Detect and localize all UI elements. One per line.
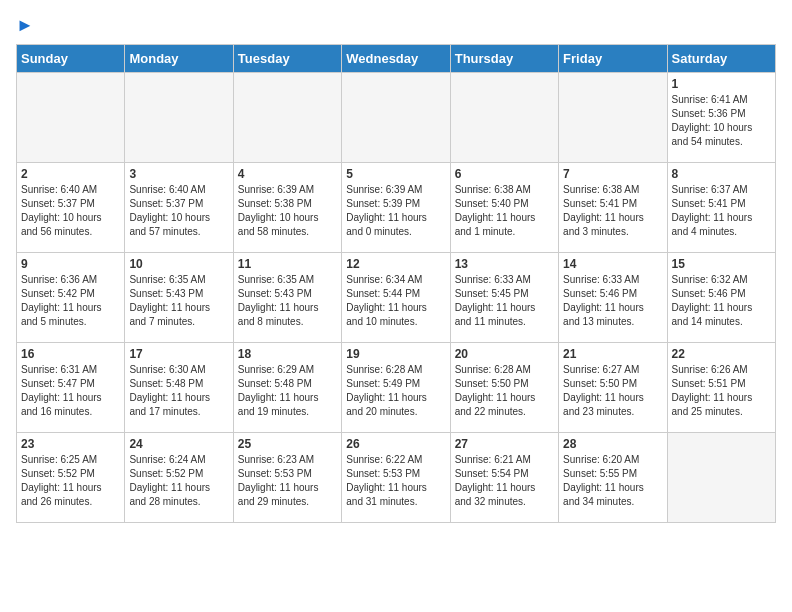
calendar-week-2: 9Sunrise: 6:36 AM Sunset: 5:42 PM Daylig…: [17, 252, 776, 342]
day-info: Sunrise: 6:21 AM Sunset: 5:54 PM Dayligh…: [455, 453, 554, 509]
calendar-cell: 8Sunrise: 6:37 AM Sunset: 5:41 PM Daylig…: [667, 162, 775, 252]
calendar-cell: [125, 72, 233, 162]
calendar-cell: [667, 432, 775, 522]
day-number: 25: [238, 437, 337, 451]
day-info: Sunrise: 6:22 AM Sunset: 5:53 PM Dayligh…: [346, 453, 445, 509]
day-number: 19: [346, 347, 445, 361]
day-info: Sunrise: 6:34 AM Sunset: 5:44 PM Dayligh…: [346, 273, 445, 329]
calendar-cell: 10Sunrise: 6:35 AM Sunset: 5:43 PM Dayli…: [125, 252, 233, 342]
day-info: Sunrise: 6:33 AM Sunset: 5:45 PM Dayligh…: [455, 273, 554, 329]
day-info: Sunrise: 6:41 AM Sunset: 5:36 PM Dayligh…: [672, 93, 771, 149]
day-number: 26: [346, 437, 445, 451]
calendar-cell: 27Sunrise: 6:21 AM Sunset: 5:54 PM Dayli…: [450, 432, 558, 522]
day-info: Sunrise: 6:35 AM Sunset: 5:43 PM Dayligh…: [238, 273, 337, 329]
calendar-week-0: 1Sunrise: 6:41 AM Sunset: 5:36 PM Daylig…: [17, 72, 776, 162]
logo-icon-svg: ►: [16, 15, 34, 35]
dow-header-thursday: Thursday: [450, 44, 558, 72]
calendar-cell: 13Sunrise: 6:33 AM Sunset: 5:45 PM Dayli…: [450, 252, 558, 342]
calendar-cell: 5Sunrise: 6:39 AM Sunset: 5:39 PM Daylig…: [342, 162, 450, 252]
calendar-body: 1Sunrise: 6:41 AM Sunset: 5:36 PM Daylig…: [17, 72, 776, 522]
day-info: Sunrise: 6:39 AM Sunset: 5:38 PM Dayligh…: [238, 183, 337, 239]
calendar-cell: 6Sunrise: 6:38 AM Sunset: 5:40 PM Daylig…: [450, 162, 558, 252]
day-number: 12: [346, 257, 445, 271]
calendar-cell: 4Sunrise: 6:39 AM Sunset: 5:38 PM Daylig…: [233, 162, 341, 252]
day-info: Sunrise: 6:35 AM Sunset: 5:43 PM Dayligh…: [129, 273, 228, 329]
calendar-cell: 22Sunrise: 6:26 AM Sunset: 5:51 PM Dayli…: [667, 342, 775, 432]
logo: ►: [16, 16, 34, 36]
day-number: 3: [129, 167, 228, 181]
calendar-cell: 14Sunrise: 6:33 AM Sunset: 5:46 PM Dayli…: [559, 252, 667, 342]
day-number: 14: [563, 257, 662, 271]
day-info: Sunrise: 6:37 AM Sunset: 5:41 PM Dayligh…: [672, 183, 771, 239]
calendar-cell: [559, 72, 667, 162]
dow-header-tuesday: Tuesday: [233, 44, 341, 72]
day-number: 24: [129, 437, 228, 451]
calendar-cell: 7Sunrise: 6:38 AM Sunset: 5:41 PM Daylig…: [559, 162, 667, 252]
calendar-cell: 23Sunrise: 6:25 AM Sunset: 5:52 PM Dayli…: [17, 432, 125, 522]
day-number: 9: [21, 257, 120, 271]
calendar-cell: 17Sunrise: 6:30 AM Sunset: 5:48 PM Dayli…: [125, 342, 233, 432]
calendar-cell: 25Sunrise: 6:23 AM Sunset: 5:53 PM Dayli…: [233, 432, 341, 522]
calendar-cell: 28Sunrise: 6:20 AM Sunset: 5:55 PM Dayli…: [559, 432, 667, 522]
logo-text: ►: [16, 16, 34, 36]
page-header: ►: [16, 16, 776, 36]
calendar-cell: 20Sunrise: 6:28 AM Sunset: 5:50 PM Dayli…: [450, 342, 558, 432]
day-info: Sunrise: 6:40 AM Sunset: 5:37 PM Dayligh…: [129, 183, 228, 239]
day-number: 10: [129, 257, 228, 271]
day-number: 16: [21, 347, 120, 361]
day-info: Sunrise: 6:28 AM Sunset: 5:50 PM Dayligh…: [455, 363, 554, 419]
day-info: Sunrise: 6:25 AM Sunset: 5:52 PM Dayligh…: [21, 453, 120, 509]
calendar-cell: 16Sunrise: 6:31 AM Sunset: 5:47 PM Dayli…: [17, 342, 125, 432]
calendar-cell: 3Sunrise: 6:40 AM Sunset: 5:37 PM Daylig…: [125, 162, 233, 252]
day-info: Sunrise: 6:38 AM Sunset: 5:41 PM Dayligh…: [563, 183, 662, 239]
calendar-cell: 19Sunrise: 6:28 AM Sunset: 5:49 PM Dayli…: [342, 342, 450, 432]
day-info: Sunrise: 6:27 AM Sunset: 5:50 PM Dayligh…: [563, 363, 662, 419]
calendar-table: SundayMondayTuesdayWednesdayThursdayFrid…: [16, 44, 776, 523]
day-number: 28: [563, 437, 662, 451]
day-number: 20: [455, 347, 554, 361]
day-number: 2: [21, 167, 120, 181]
day-number: 17: [129, 347, 228, 361]
day-number: 5: [346, 167, 445, 181]
calendar-cell: 9Sunrise: 6:36 AM Sunset: 5:42 PM Daylig…: [17, 252, 125, 342]
day-info: Sunrise: 6:30 AM Sunset: 5:48 PM Dayligh…: [129, 363, 228, 419]
day-number: 7: [563, 167, 662, 181]
dow-header-friday: Friday: [559, 44, 667, 72]
calendar-cell: 15Sunrise: 6:32 AM Sunset: 5:46 PM Dayli…: [667, 252, 775, 342]
day-info: Sunrise: 6:24 AM Sunset: 5:52 PM Dayligh…: [129, 453, 228, 509]
calendar-cell: 12Sunrise: 6:34 AM Sunset: 5:44 PM Dayli…: [342, 252, 450, 342]
day-number: 13: [455, 257, 554, 271]
day-number: 11: [238, 257, 337, 271]
day-of-week-row: SundayMondayTuesdayWednesdayThursdayFrid…: [17, 44, 776, 72]
day-info: Sunrise: 6:39 AM Sunset: 5:39 PM Dayligh…: [346, 183, 445, 239]
day-info: Sunrise: 6:23 AM Sunset: 5:53 PM Dayligh…: [238, 453, 337, 509]
day-number: 1: [672, 77, 771, 91]
calendar-cell: 21Sunrise: 6:27 AM Sunset: 5:50 PM Dayli…: [559, 342, 667, 432]
calendar-cell: [342, 72, 450, 162]
day-number: 21: [563, 347, 662, 361]
calendar-cell: 1Sunrise: 6:41 AM Sunset: 5:36 PM Daylig…: [667, 72, 775, 162]
day-info: Sunrise: 6:40 AM Sunset: 5:37 PM Dayligh…: [21, 183, 120, 239]
day-info: Sunrise: 6:26 AM Sunset: 5:51 PM Dayligh…: [672, 363, 771, 419]
day-number: 18: [238, 347, 337, 361]
dow-header-sunday: Sunday: [17, 44, 125, 72]
day-number: 22: [672, 347, 771, 361]
calendar-cell: 24Sunrise: 6:24 AM Sunset: 5:52 PM Dayli…: [125, 432, 233, 522]
day-info: Sunrise: 6:20 AM Sunset: 5:55 PM Dayligh…: [563, 453, 662, 509]
calendar-cell: [450, 72, 558, 162]
calendar-cell: 11Sunrise: 6:35 AM Sunset: 5:43 PM Dayli…: [233, 252, 341, 342]
calendar-week-4: 23Sunrise: 6:25 AM Sunset: 5:52 PM Dayli…: [17, 432, 776, 522]
calendar-week-3: 16Sunrise: 6:31 AM Sunset: 5:47 PM Dayli…: [17, 342, 776, 432]
day-info: Sunrise: 6:36 AM Sunset: 5:42 PM Dayligh…: [21, 273, 120, 329]
day-number: 15: [672, 257, 771, 271]
day-info: Sunrise: 6:33 AM Sunset: 5:46 PM Dayligh…: [563, 273, 662, 329]
dow-header-saturday: Saturday: [667, 44, 775, 72]
day-info: Sunrise: 6:31 AM Sunset: 5:47 PM Dayligh…: [21, 363, 120, 419]
dow-header-wednesday: Wednesday: [342, 44, 450, 72]
calendar-cell: 18Sunrise: 6:29 AM Sunset: 5:48 PM Dayli…: [233, 342, 341, 432]
calendar-cell: [233, 72, 341, 162]
day-number: 27: [455, 437, 554, 451]
day-number: 4: [238, 167, 337, 181]
dow-header-monday: Monday: [125, 44, 233, 72]
calendar-cell: [17, 72, 125, 162]
